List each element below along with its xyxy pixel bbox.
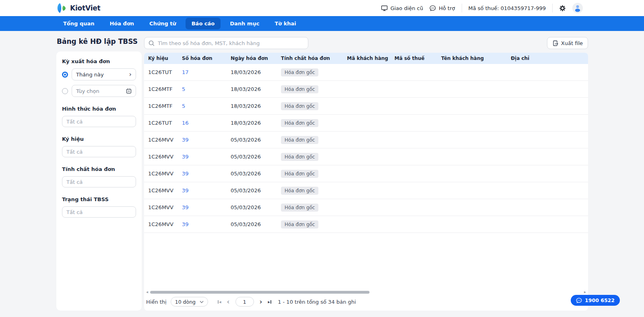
nav-item-5[interactable]: Danh mục xyxy=(224,18,265,29)
filter-panel: Kỳ xuất hóa đơn Tháng này › Tùy chọn xyxy=(56,51,142,311)
header-right: Giao diện cũ Hỗ trợ Mã số thuế: 01043597… xyxy=(381,3,583,13)
column-header: Ngày hóa đơn xyxy=(231,56,281,61)
display-label: Hiển thị xyxy=(146,299,167,305)
status-badge: Hóa đơn gốc xyxy=(281,119,318,127)
page-title: Bảng kê HĐ lập TBSS xyxy=(57,37,143,46)
cell-so-hoa-don-link[interactable]: 39 xyxy=(182,187,231,193)
export-file-button[interactable]: Xuất file xyxy=(547,37,588,49)
table-row[interactable]: 1C26MVV3905/03/2026Hóa đơn gốc xyxy=(144,199,588,216)
table-row[interactable]: 1C26MVV3905/03/2026Hóa đơn gốc xyxy=(144,216,588,233)
toolbar: Xuất file xyxy=(144,37,588,49)
cell-ky-hieu: 1C26MVV xyxy=(148,171,182,177)
table-row[interactable]: 1C26MTF518/03/2026Hóa đơn gốc xyxy=(144,81,588,98)
filter-input[interactable] xyxy=(62,146,136,157)
table-row[interactable]: 1C26MTF518/03/2026Hóa đơn gốc xyxy=(144,98,588,115)
scrollbar-thumb[interactable] xyxy=(150,291,369,294)
support-button[interactable]: Hỗ trợ xyxy=(429,5,455,11)
next-page-button[interactable]: › xyxy=(260,298,262,305)
column-header: Số hóa đơn xyxy=(182,56,231,61)
filter-input[interactable] xyxy=(62,206,136,218)
last-page-button[interactable]: ▸ xyxy=(268,300,272,304)
hotline-number: 1900 6522 xyxy=(585,297,615,303)
nav-item-3[interactable]: Chứng từ xyxy=(143,18,182,29)
record-count-summary: 1 - 10 trên tổng số 34 bản ghi xyxy=(278,299,356,305)
search-input[interactable] xyxy=(158,40,304,46)
status-badge: Hóa đơn gốc xyxy=(281,136,318,144)
cell-so-hoa-don-link[interactable]: 39 xyxy=(182,137,231,143)
current-page-input[interactable] xyxy=(235,297,254,307)
cell-ky-hieu: 1C26TUT xyxy=(148,69,182,75)
period-select-value: Tháng này xyxy=(76,72,104,78)
filter-label: Ký hiệu xyxy=(62,136,136,142)
top-header: KiotViet Giao diện cũ Hỗ xyxy=(0,0,644,16)
cell-so-hoa-don-link[interactable]: 16 xyxy=(182,120,231,126)
cell-so-hoa-don-link[interactable]: 5 xyxy=(182,103,231,109)
search-box[interactable] xyxy=(144,37,308,49)
filter-label: Hình thức hóa đơn xyxy=(62,106,136,112)
old-interface-label: Giao diện cũ xyxy=(390,5,423,11)
sidebar: Bảng kê HĐ lập TBSS Kỳ xuất hóa đơn Thán… xyxy=(56,37,143,311)
cell-ky-hieu: 1C26MVV xyxy=(148,137,182,143)
cell-so-hoa-don-link[interactable]: 39 xyxy=(182,221,231,227)
cell-so-hoa-don-link[interactable]: 17 xyxy=(182,69,231,75)
custom-date-value: Tùy chọn xyxy=(76,88,99,94)
table-row[interactable]: 1C26TUT1618/03/2026Hóa đơn gốc xyxy=(144,115,588,132)
nav-item-6[interactable]: Tờ khai xyxy=(268,18,302,29)
cell-ky-hieu: 1C26MTF xyxy=(148,86,182,92)
filter-input[interactable] xyxy=(62,116,136,127)
cell-ngay-hoa-don: 05/03/2026 xyxy=(231,187,281,193)
cell-so-hoa-don-link[interactable]: 5 xyxy=(182,86,231,92)
filter-label: Trạng thái TBSS xyxy=(62,196,136,202)
support-label: Hỗ trợ xyxy=(439,5,455,11)
period-select[interactable]: Tháng này › xyxy=(72,68,136,80)
scroll-left-icon[interactable]: ◂ xyxy=(146,290,148,294)
status-badge: Hóa đơn gốc xyxy=(281,153,318,161)
cell-so-hoa-don-link[interactable]: 39 xyxy=(182,154,231,160)
nav-item-1[interactable]: Tổng quan xyxy=(57,18,100,29)
period-option-custom[interactable]: Tùy chọn xyxy=(62,85,136,97)
cell-ky-hieu: 1C26TUT xyxy=(148,120,182,126)
first-page-button[interactable]: ◂ xyxy=(218,300,221,304)
table-row[interactable]: 1C26MVV3905/03/2026Hóa đơn gốc xyxy=(144,148,588,165)
cell-tinh-chat: Hóa đơn gốc xyxy=(281,85,347,93)
status-badge: Hóa đơn gốc xyxy=(281,68,318,76)
status-badge: Hóa đơn gốc xyxy=(281,187,318,195)
cell-tinh-chat: Hóa đơn gốc xyxy=(281,220,347,228)
cell-so-hoa-don-link[interactable]: 39 xyxy=(182,204,231,210)
filter-section: Hình thức hóa đơn xyxy=(62,106,136,127)
kiotviet-logo[interactable]: KiotViet xyxy=(56,2,101,14)
cell-ky-hieu: 1C26MVV xyxy=(148,187,182,193)
logo-text: KiotViet xyxy=(70,4,101,12)
table-row[interactable]: 1C26MVV3905/03/2026Hóa đơn gốc xyxy=(144,132,588,148)
main-area: Xuất file Ký hiệuSố hóa đơnNgày hóa đơnT… xyxy=(144,37,588,311)
settings-gear-icon[interactable] xyxy=(559,5,566,12)
radio-selected-icon[interactable] xyxy=(62,72,68,78)
cell-ngay-hoa-don: 05/03/2026 xyxy=(231,221,281,227)
old-interface-button[interactable]: Giao diện cũ xyxy=(381,5,423,11)
table-row[interactable]: 1C26MVV3905/03/2026Hóa đơn gốc xyxy=(144,165,588,182)
hotline-button[interactable]: 1900 6522 xyxy=(571,295,620,306)
radio-unselected-icon[interactable] xyxy=(62,88,68,94)
prev-page-button[interactable]: ‹ xyxy=(227,298,230,305)
status-badge: Hóa đơn gốc xyxy=(281,85,318,93)
table-empty-space xyxy=(144,233,588,289)
filter-section: Tính chất hóa đơn xyxy=(62,166,136,187)
horizontal-scrollbar[interactable]: ◂ ▸ xyxy=(144,289,588,295)
cell-tinh-chat: Hóa đơn gốc xyxy=(281,187,347,195)
cell-tinh-chat: Hóa đơn gốc xyxy=(281,136,347,144)
cell-ngay-hoa-don: 18/03/2026 xyxy=(231,120,281,126)
filter-input[interactable] xyxy=(62,176,136,187)
nav-item-2[interactable]: Hóa đơn xyxy=(103,18,140,29)
cell-so-hoa-don-link[interactable]: 39 xyxy=(182,171,231,177)
cell-ngay-hoa-don: 05/03/2026 xyxy=(231,137,281,143)
calendar-icon xyxy=(126,88,132,94)
table-row[interactable]: 1C26TUT1718/03/2026Hóa đơn gốc xyxy=(144,64,588,81)
table-row[interactable]: 1C26MVV3905/03/2026Hóa đơn gốc xyxy=(144,182,588,199)
user-avatar[interactable] xyxy=(572,3,583,13)
page-size-select[interactable]: 10 dòng xyxy=(171,297,208,307)
period-option-this-month[interactable]: Tháng này › xyxy=(62,68,136,80)
scroll-right-icon[interactable]: ▸ xyxy=(584,290,586,294)
custom-date-select[interactable]: Tùy chọn xyxy=(72,85,136,97)
status-badge: Hóa đơn gốc xyxy=(281,220,318,228)
nav-item-4[interactable]: Báo cáo xyxy=(186,18,221,29)
